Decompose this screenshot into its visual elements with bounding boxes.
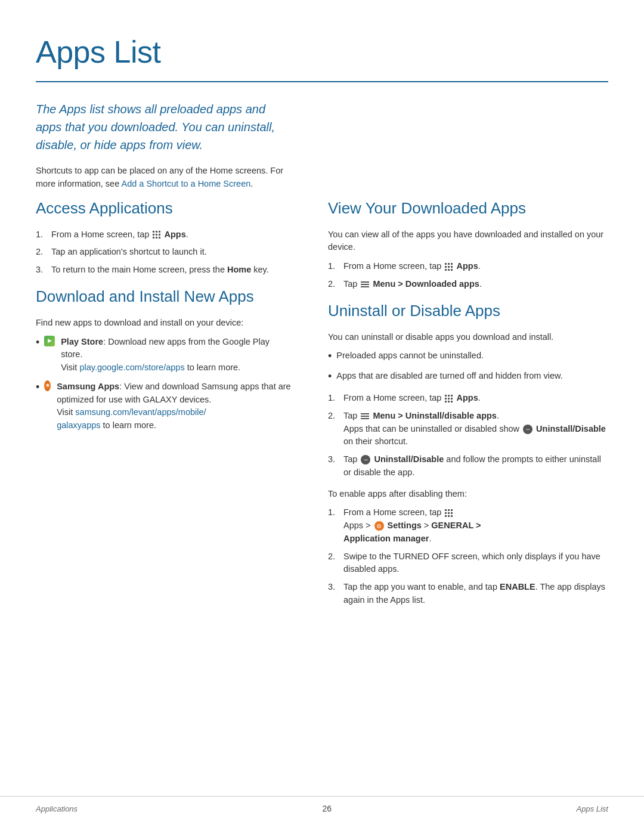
uninstall-bullets: Preloaded apps cannot be uninstalled. Ap… <box>328 349 608 383</box>
settings-icon <box>374 521 384 531</box>
menu-icon <box>361 413 369 419</box>
list-item: 3. Tap the app you want to enable, and t… <box>328 581 608 607</box>
list-item: 1. From a Home screen, tap Apps. <box>328 260 608 273</box>
left-column: Access Applications 1. From a Home scree… <box>36 197 292 615</box>
samsung-apps-link[interactable]: samsung.com/levant/apps/mobile/galaxyapp… <box>57 407 206 430</box>
intro-para: Shortcuts to app can be placed on any of… <box>36 165 292 191</box>
list-item: 2. Swipe to the TURNED OFF screen, which… <box>328 550 608 577</box>
list-item: 1. From a Home screen, tap Apps. <box>328 392 608 405</box>
minus-icon <box>361 455 370 465</box>
page-title: Apps List <box>36 29 608 75</box>
footer-right: Apps List <box>577 803 608 815</box>
download-install-list: Play Store: Download new apps from the G… <box>36 336 292 432</box>
list-item: 3. To return to the main Home screen, pr… <box>36 264 292 277</box>
view-downloaded-list: 1. From a Home screen, tap Apps. 2. Tap … <box>328 260 608 291</box>
apps-icon <box>445 509 453 517</box>
uninstall-steps: 1. From a Home screen, tap Apps. 2. Tap … <box>328 392 608 479</box>
list-item: 2. Tap Menu > Downloaded apps. <box>328 278 608 291</box>
play-store-link[interactable]: play.google.com/store/apps <box>79 363 184 372</box>
right-column: View Your Downloaded Apps You can view a… <box>328 197 608 615</box>
access-applications-section: Access Applications 1. From a Home scree… <box>36 197 292 277</box>
apps-icon <box>445 395 453 402</box>
uninstall-disable-title: Uninstall or Disable Apps <box>328 299 608 323</box>
intro-italic: The Apps list shows all preloaded apps a… <box>36 100 292 154</box>
list-item: 1. From a Home screen, tap Apps > Settin… <box>328 506 608 545</box>
view-downloaded-intro: You can view all of the apps you have do… <box>328 228 608 255</box>
apps-icon <box>445 263 453 271</box>
list-item: 1. From a Home screen, tap Apps. <box>36 228 292 241</box>
access-applications-list: 1. From a Home screen, tap Apps. 2. Tap … <box>36 228 292 277</box>
uninstall-disable-section: Uninstall or Disable Apps You can uninst… <box>328 299 608 607</box>
uninstall-disable-intro: You can uninstall or disable apps you do… <box>328 331 608 344</box>
play-store-icon <box>44 336 55 346</box>
enable-intro: To enable apps after disabling them: <box>328 488 608 501</box>
minus-icon <box>523 425 532 434</box>
list-item: Samsung Apps: View and download Samsung … <box>36 380 292 432</box>
menu-icon <box>361 281 369 287</box>
apps-icon <box>153 231 160 239</box>
two-column-layout: Access Applications 1. From a Home scree… <box>36 197 608 615</box>
samsung-apps-icon <box>44 380 51 391</box>
list-item: Apps that are disabled are turned off an… <box>328 370 608 383</box>
list-item: 2. Tap Menu > Uninstall/disable apps. Ap… <box>328 410 608 448</box>
add-shortcut-link[interactable]: Add a Shortcut to a Home Screen <box>121 179 250 188</box>
access-applications-title: Access Applications <box>36 197 292 220</box>
view-downloaded-section: View Your Downloaded Apps You can view a… <box>328 197 608 291</box>
list-item: Preloaded apps cannot be uninstalled. <box>328 349 608 363</box>
list-item: 3. Tap Uninstall/Disable and follow the … <box>328 453 608 479</box>
enable-steps: 1. From a Home screen, tap Apps > Settin… <box>328 506 608 606</box>
footer-page-number: 26 <box>323 803 332 815</box>
view-downloaded-title: View Your Downloaded Apps <box>328 197 608 220</box>
download-install-intro: Find new apps to download and install on… <box>36 317 292 330</box>
title-rule <box>36 81 608 82</box>
list-item: Play Store: Download new apps from the G… <box>36 336 292 374</box>
download-install-title: Download and Install New Apps <box>36 285 292 308</box>
footer: Applications 26 Apps List <box>0 796 644 815</box>
download-install-section: Download and Install New Apps Find new a… <box>36 285 292 432</box>
footer-left: Applications <box>36 803 78 815</box>
list-item: 2. Tap an application's shortcut to laun… <box>36 246 292 259</box>
